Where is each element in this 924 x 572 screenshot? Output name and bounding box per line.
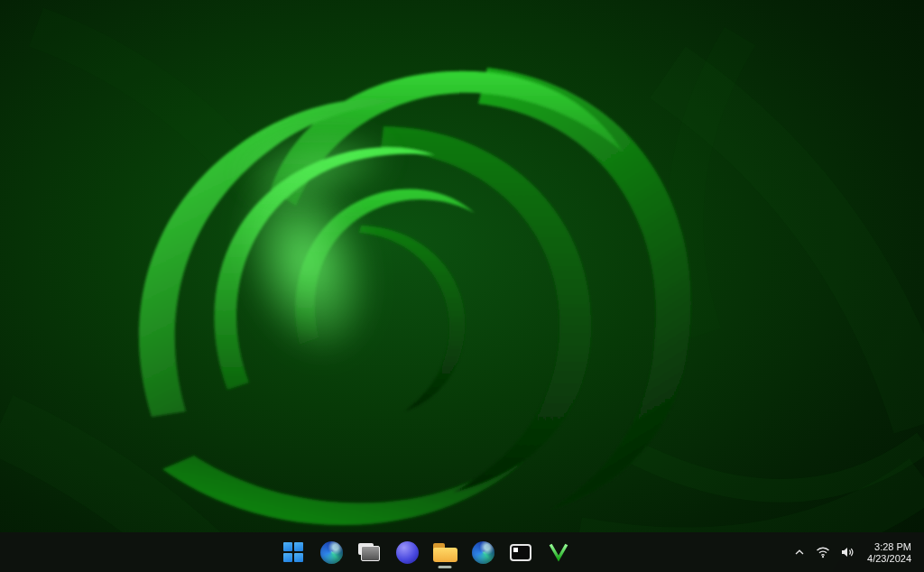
folder-icon xyxy=(433,543,457,562)
taskbar: 3:28 PM 4/23/2024 xyxy=(0,532,924,572)
desktop[interactable]: 3:28 PM 4/23/2024 xyxy=(0,0,924,572)
tray-chevron-button[interactable] xyxy=(789,541,810,563)
network-button[interactable] xyxy=(811,540,835,564)
edge-browser-icon xyxy=(320,541,343,564)
start-button[interactable] xyxy=(275,534,311,570)
chevron-up-icon xyxy=(793,547,806,558)
clock[interactable]: 3:28 PM 4/23/2024 xyxy=(860,537,919,568)
clock-date: 4/23/2024 xyxy=(867,553,911,564)
green-v-app-button[interactable] xyxy=(541,534,577,570)
green-chevron-icon xyxy=(548,542,569,562)
wallpaper-bloom-green xyxy=(0,0,924,572)
edge-browser-button-2[interactable] xyxy=(465,534,501,570)
blue-app-button[interactable] xyxy=(389,534,425,570)
taskbar-app-icons xyxy=(275,534,577,570)
system-tray: 3:28 PM 4/23/2024 xyxy=(789,532,919,572)
gray-window-icon xyxy=(358,543,380,561)
speaker-icon xyxy=(840,546,855,558)
window-app-button[interactable] xyxy=(351,534,387,570)
edge-browser-icon xyxy=(472,541,494,564)
blue-sphere-icon xyxy=(396,541,419,564)
clock-time: 3:28 PM xyxy=(874,541,911,552)
windows-logo-icon xyxy=(283,542,303,562)
terminal-button[interactable] xyxy=(503,534,539,570)
file-explorer-button[interactable] xyxy=(427,534,463,570)
running-indicator xyxy=(439,566,452,568)
volume-button[interactable] xyxy=(836,540,859,564)
edge-browser-button[interactable] xyxy=(313,534,349,570)
terminal-icon xyxy=(510,544,531,561)
wifi-icon xyxy=(816,546,830,558)
